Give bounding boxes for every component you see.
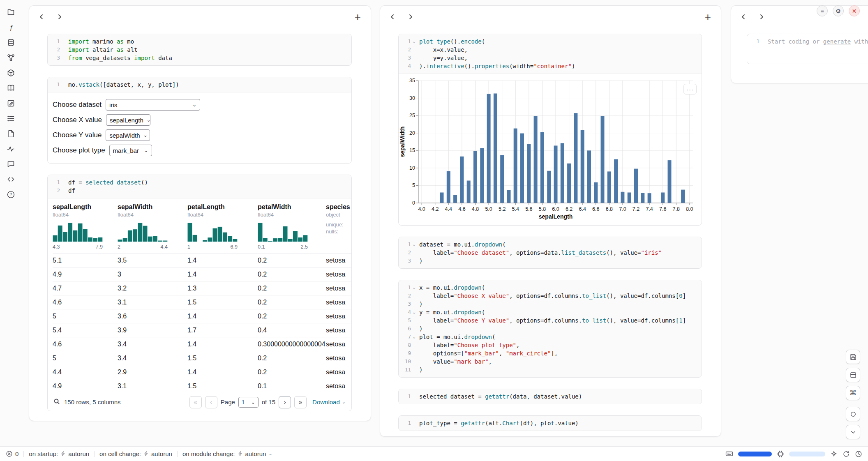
chat-icon[interactable] bbox=[6, 159, 16, 169]
svg-text:15: 15 bbox=[409, 148, 415, 153]
column-header[interactable]: speciesobject bbox=[326, 203, 351, 218]
fold-chevron-icon[interactable]: ⌄ bbox=[411, 240, 417, 249]
line-number: 3 bbox=[400, 257, 411, 265]
dropdown-choose-y-value[interactable]: sepalWidth⌄ bbox=[106, 129, 150, 141]
column-header[interactable]: petalWidthfloat64 bbox=[258, 203, 326, 218]
refresh-icon[interactable] bbox=[843, 450, 850, 458]
column-header[interactable]: petalLengthfloat64 bbox=[187, 203, 258, 218]
help-icon[interactable]: ? bbox=[6, 189, 16, 199]
cell-selected-dataset: 1selected_dataset = getattr(data, datase… bbox=[398, 389, 702, 404]
keyboard-shortcuts-button[interactable]: ⌘ bbox=[846, 386, 860, 400]
table-row[interactable]: 53.61.40.2setosa bbox=[53, 309, 351, 323]
line-number: 2 bbox=[49, 46, 60, 54]
chart-menu-button[interactable]: ··· bbox=[683, 84, 697, 95]
outline-icon[interactable] bbox=[6, 113, 16, 123]
svg-text:25: 25 bbox=[409, 113, 415, 118]
on-module-change-setting[interactable]: on module change: autorun ⌄ bbox=[182, 450, 272, 457]
errors-indicator[interactable]: 0 bbox=[6, 450, 18, 457]
scratchpad-icon[interactable] bbox=[6, 98, 16, 108]
focus-view-button[interactable] bbox=[846, 407, 860, 421]
fold-chevron-icon[interactable]: ⌄ bbox=[411, 333, 417, 341]
code-editor[interactable]: 1⌄dataset = mo.ui.dropdown(2 label="Choo… bbox=[399, 237, 702, 268]
line-number: 2 bbox=[49, 187, 60, 195]
memory-meter bbox=[789, 452, 825, 456]
on-cell-change-setting[interactable]: on cell change: autorun bbox=[99, 450, 172, 457]
packages-icon[interactable] bbox=[6, 68, 16, 78]
altair-bar-chart[interactable]: 4.04.24.44.64.85.05.25.45.65.86.06.26.46… bbox=[399, 77, 702, 224]
column-header[interactable]: sepalLengthfloat64 bbox=[53, 203, 118, 218]
scroll-to-bottom-button[interactable] bbox=[846, 425, 860, 439]
last-page-button[interactable]: » bbox=[294, 396, 307, 408]
chevron-right-icon[interactable] bbox=[406, 13, 415, 21]
code-editor[interactable]: 1⌄x = mo.ui.dropdown(2 label="Choose X v… bbox=[399, 280, 702, 377]
add-cell-button[interactable]: + bbox=[355, 13, 361, 21]
line-number: 1 bbox=[400, 37, 411, 46]
dropdown-choose-dataset[interactable]: iris⌄ bbox=[106, 99, 200, 111]
table-row[interactable]: 5.43.91.70.4setosa bbox=[53, 323, 351, 337]
svg-text:20: 20 bbox=[409, 130, 415, 136]
on-startup-setting[interactable]: on startup: autorun bbox=[29, 450, 89, 457]
chevron-left-icon[interactable] bbox=[388, 13, 397, 21]
shutdown-close-icon[interactable]: ✕ bbox=[849, 5, 860, 16]
table-row[interactable]: 53.41.50.2setosa bbox=[53, 351, 351, 365]
file-explorer-icon[interactable] bbox=[6, 7, 16, 17]
table-row[interactable]: 4.931.40.2setosa bbox=[53, 267, 351, 281]
dropdown-choose-plot-type[interactable]: mark_bar⌄ bbox=[109, 145, 152, 156]
save-button[interactable] bbox=[846, 350, 860, 364]
page-select[interactable]: 1⌄ bbox=[238, 397, 259, 408]
download-button[interactable]: Download⌄ bbox=[312, 399, 346, 406]
snippets-icon[interactable] bbox=[6, 129, 16, 138]
line-number: 5 bbox=[400, 316, 411, 325]
code-editor[interactable]: 1import marimo as mo2import altair as al… bbox=[48, 34, 351, 65]
generate-with-ai-link[interactable]: generate bbox=[823, 38, 851, 45]
variables-icon[interactable]: ƒ bbox=[6, 22, 16, 32]
table-row[interactable]: 5.13.51.40.2setosa bbox=[53, 253, 351, 267]
cell-dataframe: 1df = selected_dataset()2df sepalLengthf… bbox=[47, 175, 352, 411]
add-cell-button[interactable]: + bbox=[705, 13, 711, 21]
next-page-button[interactable]: › bbox=[279, 396, 291, 408]
datasources-icon[interactable] bbox=[6, 37, 16, 47]
svg-text:6.0: 6.0 bbox=[552, 206, 559, 212]
editor-placeholder: Start coding or generate with AI bbox=[766, 37, 868, 46]
chevron-right-icon[interactable] bbox=[757, 13, 766, 21]
svg-text:5.6: 5.6 bbox=[525, 206, 532, 212]
clock-icon[interactable] bbox=[855, 450, 862, 458]
column-header[interactable]: sepalWidthfloat64 bbox=[118, 203, 187, 218]
tracing-icon[interactable] bbox=[6, 144, 16, 154]
keyboard-icon[interactable] bbox=[725, 450, 733, 458]
first-page-button[interactable]: « bbox=[189, 396, 202, 408]
table-row[interactable]: 4.93.11.50.1setosa bbox=[53, 379, 351, 393]
search-icon[interactable] bbox=[53, 398, 60, 406]
chevron-left-icon[interactable] bbox=[739, 13, 748, 21]
layout-icon bbox=[850, 371, 857, 379]
table-row[interactable]: 4.63.41.40.30000000000000004setosa bbox=[53, 337, 351, 351]
prev-page-button[interactable]: ‹ bbox=[205, 396, 217, 408]
code-editor[interactable]: 1⌄plot_type().encode(2 x=x.value,3 y=y.v… bbox=[399, 34, 702, 74]
code-editor[interactable]: 1mo.vstack([dataset, x, y, plot]) bbox=[48, 77, 351, 92]
dependency-graph-icon[interactable] bbox=[6, 53, 16, 62]
documentation-icon[interactable] bbox=[6, 83, 16, 93]
line-number: 2 bbox=[400, 249, 411, 257]
chevron-left-icon[interactable] bbox=[37, 13, 46, 21]
sparkle-ai-icon[interactable] bbox=[830, 450, 838, 458]
code-editor[interactable]: 1selected_dataset = getattr(data, datase… bbox=[399, 389, 702, 404]
table-row[interactable]: 4.63.11.50.2setosa bbox=[53, 295, 351, 309]
table-row[interactable]: 4.73.21.30.2setosa bbox=[53, 281, 351, 295]
fold-chevron-icon[interactable]: ⌄ bbox=[411, 37, 417, 46]
cell-plot-type: 1plot_type = getattr(alt.Chart(df), plot… bbox=[398, 415, 702, 431]
table-row[interactable]: 4.42.91.40.2setosa bbox=[53, 365, 351, 379]
chevron-down-icon: ⌄ bbox=[143, 132, 148, 138]
menu-icon[interactable]: ≡ bbox=[817, 5, 828, 16]
svg-text:6.4: 6.4 bbox=[579, 206, 586, 212]
code-editor[interactable]: 1df = selected_dataset()2df bbox=[48, 175, 351, 198]
cell-vstack: 1mo.vstack([dataset, x, y, plot]) Choose… bbox=[47, 77, 352, 164]
fold-chevron-icon[interactable]: ⌄ bbox=[411, 308, 417, 316]
settings-gear-icon[interactable]: ⚙ bbox=[833, 5, 844, 16]
dropdown-choose-x-value[interactable]: sepalLength⌄ bbox=[106, 114, 150, 126]
fold-chevron-icon[interactable]: ⌄ bbox=[411, 284, 417, 292]
code-editor[interactable]: 1plot_type = getattr(alt.Chart(df), plot… bbox=[399, 416, 702, 431]
code-editor[interactable]: 1 Start coding or generate with AI bbox=[747, 34, 868, 64]
layout-view-button[interactable] bbox=[846, 368, 860, 382]
shortcuts-icon[interactable] bbox=[6, 174, 16, 184]
chevron-right-icon[interactable] bbox=[55, 13, 64, 21]
